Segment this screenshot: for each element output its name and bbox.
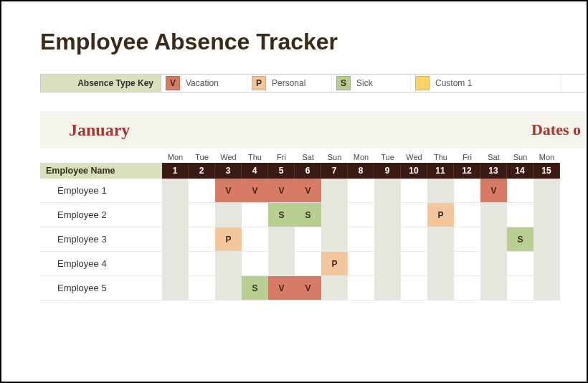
absence-cell[interactable] — [374, 276, 401, 301]
absence-cell[interactable] — [374, 227, 401, 252]
day-of-week: Tue — [374, 148, 401, 163]
absence-cell[interactable] — [242, 252, 268, 276]
legend-item: Custom 1 — [411, 75, 561, 92]
absence-cell[interactable] — [189, 203, 215, 227]
absence-cell[interactable] — [374, 179, 401, 203]
absence-cell[interactable] — [242, 203, 268, 227]
legend-label: Vacation — [186, 78, 219, 88]
absence-cell[interactable]: P — [215, 227, 242, 252]
absence-cell[interactable] — [348, 276, 374, 301]
dates-label: Dates o — [531, 120, 581, 139]
absence-cell[interactable] — [480, 252, 507, 276]
absence-cell[interactable] — [295, 227, 321, 252]
absence-cell[interactable] — [480, 203, 507, 227]
absence-cell[interactable] — [427, 252, 454, 276]
absence-cell[interactable] — [401, 227, 427, 252]
absence-cell[interactable] — [507, 276, 534, 301]
absence-cell[interactable] — [348, 179, 374, 203]
legend-label: Personal — [272, 78, 305, 88]
absence-cell[interactable] — [321, 276, 348, 301]
absence-cell[interactable]: V — [268, 276, 295, 301]
absence-cell[interactable] — [427, 276, 454, 301]
day-number: 9 — [374, 163, 401, 179]
legend-chip: S — [336, 76, 351, 90]
absence-cell[interactable]: S — [242, 276, 268, 301]
absence-cell[interactable] — [401, 203, 427, 227]
absence-cell[interactable] — [348, 203, 374, 227]
absence-cell[interactable] — [321, 179, 348, 203]
absence-cell[interactable] — [162, 276, 189, 301]
day-of-week: Fri — [268, 148, 295, 163]
absence-cell[interactable] — [454, 203, 480, 227]
day-of-week: Fri — [454, 148, 480, 163]
absence-cell[interactable] — [427, 227, 454, 252]
absence-cell[interactable] — [454, 276, 480, 301]
absence-cell[interactable] — [215, 276, 242, 301]
absence-cell[interactable] — [480, 276, 507, 301]
absence-cell[interactable] — [242, 227, 268, 252]
absence-cell[interactable] — [162, 179, 189, 203]
absence-cell[interactable]: P — [427, 203, 454, 227]
document-frame: Employee Absence Tracker Absence Type Ke… — [0, 0, 588, 383]
absence-cell[interactable] — [401, 179, 427, 203]
absence-cell[interactable] — [454, 227, 480, 252]
absence-cell[interactable]: V — [215, 179, 242, 203]
absence-cell[interactable]: V — [480, 179, 507, 203]
absence-cell[interactable]: S — [268, 203, 295, 227]
absence-cell[interactable]: V — [268, 179, 295, 203]
absence-cell[interactable] — [321, 203, 348, 227]
day-number: 5 — [268, 163, 295, 179]
legend-item: PPersonal — [247, 75, 332, 92]
month-name: January — [40, 120, 191, 140]
absence-cell[interactable] — [215, 203, 242, 227]
absence-cell[interactable] — [427, 179, 454, 203]
day-of-week: Wed — [215, 148, 242, 163]
absence-cell[interactable] — [507, 252, 534, 276]
absence-cell[interactable] — [162, 227, 189, 252]
absence-cell[interactable] — [454, 252, 480, 276]
absence-cell[interactable] — [348, 252, 374, 276]
absence-cell[interactable] — [162, 252, 189, 276]
absence-cell[interactable] — [374, 203, 401, 227]
month-header-bar: January Dates o — [40, 111, 585, 148]
day-number: 1 — [162, 163, 189, 179]
absence-cell[interactable] — [480, 227, 507, 252]
day-of-week: Mon — [534, 148, 560, 163]
day-of-week: Sat — [295, 148, 321, 163]
absence-cell[interactable]: S — [507, 227, 534, 252]
absence-cell[interactable]: S — [295, 203, 321, 227]
absence-cell[interactable] — [534, 227, 560, 252]
absence-cell[interactable] — [295, 252, 321, 276]
absence-cell[interactable] — [507, 179, 534, 203]
absence-cell[interactable] — [189, 276, 215, 301]
day-number: 15 — [534, 163, 560, 179]
absence-cell[interactable] — [189, 179, 215, 203]
absence-cell[interactable]: P — [321, 252, 348, 276]
page-title: Employee Absence Tracker — [40, 29, 587, 55]
absence-cell[interactable] — [268, 227, 295, 252]
absence-cell[interactable] — [189, 252, 215, 276]
absence-cell[interactable] — [401, 276, 427, 301]
absence-cell[interactable]: V — [295, 179, 321, 203]
legend-item: VVacation — [161, 75, 247, 92]
absence-cell[interactable] — [507, 203, 534, 227]
absence-cell[interactable] — [215, 252, 242, 276]
absence-cell[interactable] — [321, 227, 348, 252]
absence-cell[interactable] — [401, 252, 427, 276]
day-of-week: Wed — [401, 148, 427, 163]
absence-cell[interactable] — [534, 252, 560, 276]
absence-cell[interactable] — [348, 227, 374, 252]
absence-cell[interactable] — [454, 179, 480, 203]
day-number: 12 — [454, 163, 480, 179]
day-of-week: Tue — [189, 148, 215, 163]
absence-cell[interactable] — [534, 276, 560, 301]
absence-cell[interactable]: V — [295, 276, 321, 301]
absence-cell[interactable] — [534, 203, 560, 227]
day-of-week: Mon — [348, 148, 374, 163]
absence-cell[interactable] — [534, 179, 560, 203]
absence-cell[interactable]: V — [242, 179, 268, 203]
absence-cell[interactable] — [268, 252, 295, 276]
absence-cell[interactable] — [374, 252, 401, 276]
absence-cell[interactable] — [162, 203, 189, 227]
absence-cell[interactable] — [189, 227, 215, 252]
